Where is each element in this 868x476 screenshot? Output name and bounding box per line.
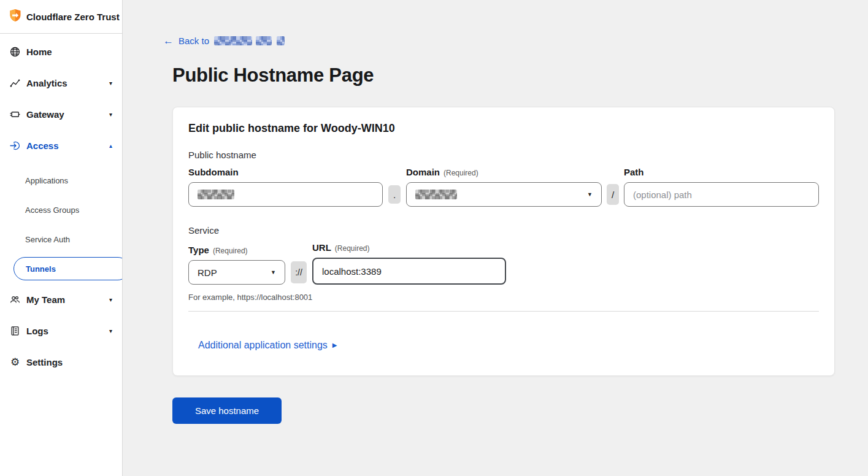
sidebar-item-home[interactable]: Home [0,36,122,67]
sidebar: Cloudflare Zero Trust Home [0,0,123,476]
globe-icon [10,47,20,57]
card-heading: Edit public hostname for Woody-WIN10 [188,122,819,135]
type-field: Type (Required) RDP ▼ [188,245,285,285]
path-input[interactable] [624,182,819,207]
path-field: Path [624,167,819,207]
sidebar-item-applications[interactable]: Applications [0,166,122,195]
sidebar-item-my-team[interactable]: My Team ▾ [0,284,122,315]
app-title: Cloudflare Zero Trust [26,12,120,22]
scheme-separator: :// [291,261,307,283]
domain-select[interactable]: ▼ [406,182,602,207]
chevron-down-icon: ▾ [109,80,112,86]
sidebar-item-access-groups[interactable]: Access Groups [0,195,122,225]
sidebar-item-settings[interactable]: ⚙ Settings [0,347,122,378]
url-label: URL [312,242,331,253]
subdomain-label: Subdomain [188,167,239,177]
domain-required-note: (Required) [444,169,478,177]
type-select[interactable]: RDP ▼ [188,260,285,285]
redacted-text [214,36,252,45]
chevron-down-icon: ▾ [109,328,112,334]
team-icon [10,294,20,305]
redacted-text [198,190,234,199]
url-example-hint: For example, https://localhost:8001 [188,293,819,302]
sidebar-item-logs[interactable]: Logs ▾ [0,315,122,347]
chevron-up-icon: ▴ [109,143,112,149]
logs-icon [10,326,20,336]
sidebar-item-service-auth[interactable]: Service Auth [0,225,122,254]
access-submenu: Applications Access Groups Service Auth … [0,166,122,280]
access-icon [10,140,20,151]
page-title: Public Hostname Page [172,64,868,86]
service-row: Type (Required) RDP ▼ :// URL (Required) [188,242,819,285]
domain-label: Domain [406,167,440,177]
hostname-row: Subdomain . Domain (Required) ▼ [188,167,819,207]
url-required-note: (Required) [335,244,370,253]
domain-field: Domain (Required) ▼ [406,167,602,207]
dot-separator: . [388,185,401,204]
redacted-text [277,36,285,45]
caret-down-icon: ▼ [587,191,593,198]
additional-settings-link[interactable]: Additional application settings ▶ [198,340,337,351]
slash-separator: / [607,184,619,205]
chevron-down-icon: ▾ [109,112,112,118]
back-arrow-icon: ← [163,36,174,46]
caret-down-icon: ▼ [271,269,276,275]
gateway-icon [10,109,20,120]
type-required-note: (Required) [213,247,248,255]
cloudflare-shield-icon [9,9,21,25]
app-root: Cloudflare Zero Trust Home [0,0,868,476]
sidebar-item-access[interactable]: Access ▴ [0,130,122,161]
main-content: ← Back to Public Hostname Page Edit publ… [123,0,868,476]
redacted-text [256,36,272,45]
sidebar-item-analytics[interactable]: Analytics ▾ [0,67,122,99]
divider [188,311,819,312]
sidebar-item-tunnels[interactable]: Tunnels [13,257,123,280]
chevron-down-icon: ▾ [109,297,112,303]
additional-settings-label: Additional application settings [198,340,328,351]
type-select-value: RDP [198,267,217,278]
analytics-icon [10,78,20,88]
subdomain-field: Subdomain [188,167,383,207]
triangle-right-icon: ▶ [332,342,337,348]
public-hostname-label: Public hostname [188,150,819,160]
sidebar-item-gateway[interactable]: Gateway ▾ [0,99,122,130]
back-link-label: Back to [179,36,209,46]
url-field: URL (Required) [312,242,506,285]
sidebar-nav: Home Analytics ▾ [0,34,122,378]
gear-icon: ⚙ [10,357,20,367]
service-label: Service [188,225,819,236]
hostname-card: Edit public hostname for Woody-WIN10 Pub… [172,107,835,376]
logo[interactable]: Cloudflare Zero Trust [0,0,122,34]
save-hostname-button[interactable]: Save hostname [172,397,282,424]
url-input[interactable] [312,258,506,285]
type-label: Type [188,245,209,255]
redacted-text [415,190,457,199]
path-label: Path [624,167,644,177]
back-link[interactable]: ← Back to [163,36,285,46]
subdomain-input[interactable] [188,182,383,207]
